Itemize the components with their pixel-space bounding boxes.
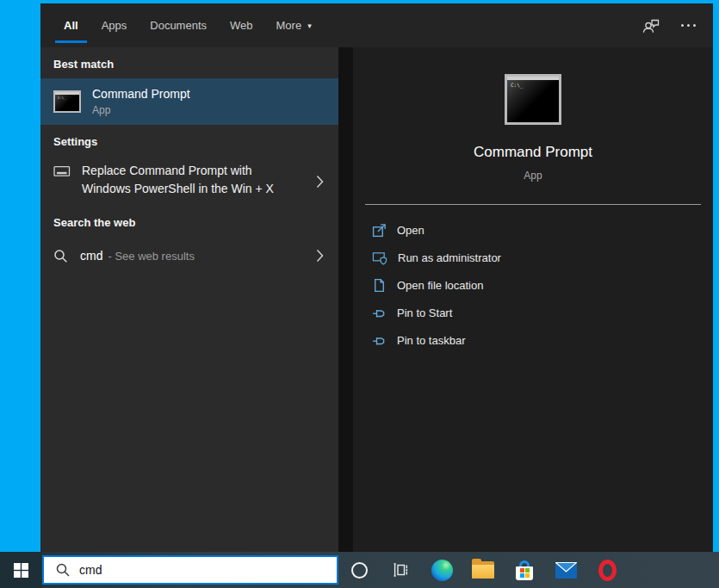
action-open[interactable]: Open	[372, 216, 713, 244]
action-label: Pin to Start	[397, 306, 452, 319]
tab-all[interactable]: All	[64, 3, 78, 47]
tab-documents[interactable]: Documents	[150, 3, 207, 47]
settings-result-text: Replace Command Prompt with Windows Powe…	[82, 162, 274, 198]
tab-documents-label: Documents	[150, 19, 207, 32]
cortana-button[interactable]	[338, 552, 380, 588]
result-texts: Command Prompt App	[92, 87, 190, 116]
action-run-as-administrator[interactable]: Run as administrator	[372, 244, 713, 271]
results-panel: Best match C:\_ Command Prompt App Setti…	[40, 47, 338, 552]
cortana-icon	[351, 562, 368, 579]
preview-app-type: App	[524, 170, 542, 182]
action-open-file-location[interactable]: Open file location	[372, 271, 713, 299]
edge-button[interactable]	[421, 552, 462, 588]
desktop: All Apps Documents Web More ▾	[0, 0, 719, 588]
section-header-best-match: Best match	[40, 47, 338, 78]
cmd-terminal-icon-large: C:\_	[505, 74, 561, 125]
action-label: Open	[397, 224, 425, 237]
tab-all-label: All	[64, 19, 78, 32]
best-match-result-command-prompt[interactable]: C:\_ Command Prompt App	[40, 78, 338, 125]
settings-text-line2: Windows PowerShell in the Win + X	[82, 180, 274, 198]
web-suffix-text: - See web results	[108, 250, 194, 263]
tab-web-label: Web	[230, 19, 253, 32]
result-title: Command Prompt	[92, 87, 190, 101]
settings-text-line1: Replace Command Prompt with	[82, 162, 274, 180]
tab-web[interactable]: Web	[230, 3, 253, 47]
preview-panel: C:\_ Command Prompt App Open	[353, 47, 713, 552]
section-header-search-web: Search the web	[40, 206, 338, 237]
action-label: Pin to taskbar	[397, 334, 466, 347]
result-subtitle: App	[92, 104, 190, 116]
pin-icon	[372, 306, 387, 320]
action-label: Run as administrator	[398, 251, 501, 264]
cmd-terminal-icon: C:\_	[53, 90, 81, 113]
admin-shield-icon	[372, 251, 387, 265]
mail-icon	[555, 562, 577, 579]
more-options-ellipsis-icon[interactable]	[681, 17, 696, 34]
chevron-down-icon: ▾	[307, 22, 312, 30]
tab-apps[interactable]: Apps	[102, 3, 127, 47]
search-icon	[53, 249, 68, 263]
section-header-settings: Settings	[40, 125, 338, 156]
taskbar	[0, 552, 719, 588]
edge-icon	[431, 560, 453, 581]
search-filter-bar: All Apps Documents Web More ▾	[40, 3, 713, 47]
opera-icon	[598, 560, 617, 581]
start-button[interactable]	[0, 552, 41, 588]
mail-button[interactable]	[545, 552, 586, 588]
task-view-icon	[392, 562, 410, 578]
web-query-text: cmd	[80, 249, 102, 263]
task-view-button[interactable]	[380, 552, 421, 588]
tab-apps-label: Apps	[102, 19, 127, 32]
store-icon	[514, 560, 535, 581]
tab-more-label: More	[276, 19, 302, 32]
search-results-area: Best match C:\_ Command Prompt App Setti…	[40, 47, 713, 552]
web-search-result-cmd[interactable]: cmd - See web results	[40, 237, 338, 275]
context-actions: Open Run as administrator	[353, 205, 713, 354]
open-launch-icon	[372, 223, 387, 238]
file-location-icon	[372, 278, 387, 293]
pin-icon	[372, 333, 387, 348]
header-icons	[642, 17, 713, 34]
action-pin-to-start[interactable]: Pin to Start	[372, 299, 713, 326]
filter-tabs: All Apps Documents Web More ▾	[40, 3, 312, 47]
chevron-right-icon[interactable]	[314, 245, 325, 266]
search-input[interactable]	[79, 563, 294, 577]
feedback-person-icon[interactable]	[642, 17, 660, 34]
window-icon	[53, 165, 71, 177]
action-pin-to-taskbar[interactable]: Pin to taskbar	[372, 326, 713, 354]
file-explorer-icon	[472, 561, 494, 579]
start-search-flyout: All Apps Documents Web More ▾	[40, 3, 713, 552]
taskbar-search-box[interactable]	[42, 555, 338, 585]
file-explorer-button[interactable]	[462, 552, 504, 588]
tab-more[interactable]: More ▾	[276, 3, 312, 47]
settings-result-replace-cmd[interactable]: Replace Command Prompt with Windows Powe…	[40, 156, 338, 206]
chevron-right-icon[interactable]	[314, 168, 325, 192]
panel-divider-gap	[338, 47, 353, 552]
windows-logo-icon	[14, 563, 28, 578]
search-icon	[55, 562, 71, 578]
action-label: Open file location	[397, 279, 483, 292]
preview-app-title: Command Prompt	[474, 144, 592, 161]
opera-button[interactable]	[586, 552, 628, 588]
store-button[interactable]	[504, 552, 545, 588]
